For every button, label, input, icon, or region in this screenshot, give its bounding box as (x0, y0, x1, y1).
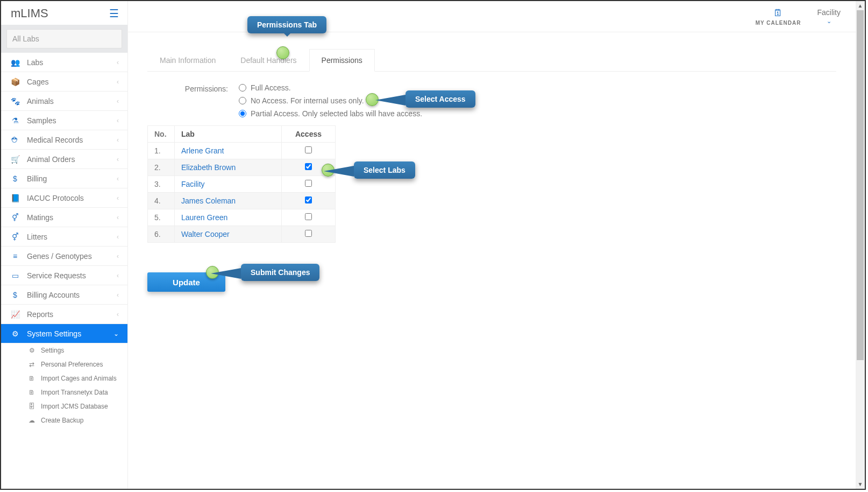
row-number: 3. (148, 176, 175, 193)
nav-icon: $ (11, 291, 19, 299)
chevron-left-icon: ‹ (117, 194, 119, 202)
access-checkbox[interactable] (305, 163, 312, 170)
row-lab: James Coleman (175, 193, 282, 209)
lab-link[interactable]: James Coleman (181, 196, 236, 205)
vertical-scrollbar[interactable]: ▲ ▼ (856, 1, 865, 489)
labs-access-table: No.LabAccess 1.Arlene Grant2.Elizabeth B… (147, 125, 336, 243)
permission-radio-0[interactable] (239, 84, 246, 92)
permissions-radio-group: Full Access.No Access. For internal uses… (239, 83, 422, 118)
chevron-left-icon: ‹ (117, 59, 119, 66)
table-row: 1.Arlene Grant (148, 143, 336, 159)
nav-icon: 📦 (11, 78, 19, 86)
nav-icon: ▭ (11, 271, 19, 280)
sidebar-item-medical-records[interactable]: ⛑Medical Records‹ (1, 130, 127, 150)
permission-radio-2[interactable] (239, 110, 246, 117)
sidebar: mLIMS ☰ 👥Labs‹📦Cages‹🐾Animals‹⚗Samples‹⛑… (1, 1, 128, 489)
permissions-label: Permissions: (147, 83, 228, 93)
subnav-icon: ⚙ (28, 347, 35, 354)
nav-label: Reports (27, 310, 53, 319)
permission-option-0[interactable]: Full Access. (239, 83, 422, 92)
table-header-no-: No. (148, 126, 175, 143)
sidebar-item-reports[interactable]: 📈Reports‹ (1, 305, 127, 324)
access-checkbox[interactable] (305, 146, 312, 153)
sidebar-item-billing-accounts[interactable]: $Billing Accounts‹ (1, 285, 127, 305)
sidebar-item-matings[interactable]: ⚥Matings‹ (1, 208, 127, 227)
nav-icon: ⚙ (11, 329, 19, 338)
access-checkbox[interactable] (305, 196, 312, 203)
scroll-arrow-up-icon[interactable]: ▲ (856, 1, 865, 10)
nav-label: Genes / Genotypes (27, 252, 92, 261)
chevron-left-icon: ‹ (117, 311, 119, 318)
access-checkbox[interactable] (305, 180, 312, 187)
subnav-item-import-cages-and-animals[interactable]: 🗎Import Cages and Animals (1, 371, 127, 385)
hamburger-icon[interactable]: ☰ (109, 7, 119, 20)
nav-icon: 🐾 (11, 97, 19, 106)
nav-label: System Settings (27, 329, 81, 338)
chevron-down-icon: ⌄ (113, 330, 119, 338)
chevron-left-icon: ‹ (117, 78, 119, 86)
nav-icon: 📈 (11, 310, 19, 319)
content-area: Main InformationDefault HandlersPermissi… (128, 32, 856, 311)
sidebar-item-service-requests[interactable]: ▭Service Requests‹ (1, 266, 127, 285)
row-lab: Facility (175, 176, 282, 193)
nav-icon: $ (11, 174, 19, 183)
subnav-label: Import JCMS Database (41, 403, 108, 410)
row-lab: Walter Cooper (175, 226, 282, 243)
scroll-arrow-down-icon[interactable]: ▼ (856, 480, 865, 489)
lab-link[interactable]: Elizabeth Brown (181, 163, 236, 172)
nav-icon: ⚥ (11, 213, 19, 222)
scrollbar-thumb[interactable] (857, 10, 864, 360)
permission-radio-1[interactable] (239, 97, 246, 104)
tab-default-handlers[interactable]: Default Handlers (228, 49, 309, 72)
tab-permissions[interactable]: Permissions (309, 49, 375, 72)
nav-label: IACUC Protocols (27, 194, 84, 202)
access-checkbox[interactable] (305, 230, 312, 237)
sidebar-item-samples[interactable]: ⚗Samples‹ (1, 111, 127, 130)
subnav-item-import-jcms-database[interactable]: 🗄Import JCMS Database (1, 399, 127, 413)
chevron-left-icon: ‹ (117, 214, 119, 221)
sidebar-item-iacuc-protocols[interactable]: 📘IACUC Protocols‹ (1, 188, 127, 208)
subnav-item-import-transnetyx-data[interactable]: 🗎Import Transnetyx Data (1, 385, 127, 399)
nav-label: Service Requests (27, 271, 86, 280)
table-row: 2.Elizabeth Brown (148, 159, 336, 176)
permission-option-2[interactable]: Partial Access. Only selected labs will … (239, 109, 422, 118)
labs-search-input[interactable] (6, 29, 122, 48)
nav-icon: ⚗ (11, 116, 19, 125)
lab-link[interactable]: Walter Cooper (181, 230, 230, 238)
subnav-item-create-backup[interactable]: ☁Create Backup (1, 413, 127, 427)
permission-option-1[interactable]: No Access. For internal uses only. (239, 96, 422, 105)
row-number: 4. (148, 193, 175, 209)
sidebar-item-system-settings[interactable]: ⚙System Settings⌄ (1, 324, 127, 343)
tab-main-information[interactable]: Main Information (147, 49, 228, 72)
sidebar-item-cages[interactable]: 📦Cages‹ (1, 72, 127, 92)
my-calendar-button[interactable]: 🗓 MY CALENDAR (756, 8, 801, 26)
sidebar-item-billing[interactable]: $Billing‹ (1, 169, 127, 188)
permission-option-label: Full Access. (251, 83, 291, 92)
subnav-icon: 🗄 (28, 403, 35, 410)
sidebar-item-labs[interactable]: 👥Labs‹ (1, 53, 127, 72)
facility-dropdown[interactable]: Facility ⌄ (817, 8, 841, 25)
subnav-item-settings[interactable]: ⚙Settings (1, 343, 127, 357)
nav-label: Medical Records (27, 136, 83, 144)
lab-link[interactable]: Lauren Green (181, 213, 227, 222)
sidebar-item-animal-orders[interactable]: 🛒Animal Orders‹ (1, 150, 127, 169)
table-header-access: Access (282, 126, 336, 143)
subnav-item-personal-preferences[interactable]: ⇄Personal Preferences (1, 357, 127, 371)
table-row: 4.James Coleman (148, 193, 336, 209)
subnav-label: Personal Preferences (41, 361, 103, 368)
access-checkbox[interactable] (305, 213, 312, 220)
nav-icon: 👥 (11, 58, 19, 67)
update-button[interactable]: Update (147, 272, 225, 292)
sidebar-item-animals[interactable]: 🐾Animals‹ (1, 92, 127, 111)
sidebar-item-litters[interactable]: ⚥Litters‹ (1, 227, 127, 247)
permissions-form: Permissions: Full Access.No Access. For … (147, 72, 836, 292)
lab-link[interactable]: Facility (181, 180, 205, 188)
top-bar: 🗓 MY CALENDAR Facility ⌄ (128, 1, 856, 32)
lab-link[interactable]: Arlene Grant (181, 146, 224, 155)
permissions-radio-row: Permissions: Full Access.No Access. For … (147, 83, 836, 118)
window-frame: mLIMS ☰ 👥Labs‹📦Cages‹🐾Animals‹⚗Samples‹⛑… (0, 0, 866, 490)
subnav-icon: ☁ (28, 417, 35, 424)
sidebar-item-genes-genotypes[interactable]: ≡Genes / Genotypes‹ (1, 247, 127, 266)
subnav-label: Import Transnetyx Data (41, 389, 108, 396)
nav-label: Labs (27, 58, 43, 67)
